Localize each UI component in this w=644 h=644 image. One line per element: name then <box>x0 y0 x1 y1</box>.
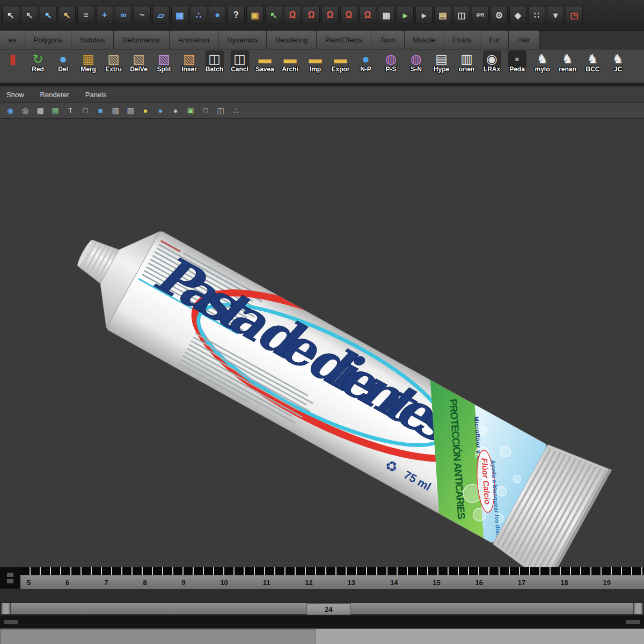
shading-smooth-icon[interactable]: ◎ <box>19 105 31 116</box>
display-layers-icon[interactable]: ∷ <box>528 6 545 24</box>
shelf-item-split[interactable]: ▧ Split <box>151 50 177 73</box>
workspace-icon[interactable]: ◳ <box>566 6 583 24</box>
snap-to-view-plane-icon[interactable]: Ω <box>359 6 376 24</box>
snap-to-curve-icon[interactable]: Ω <box>303 6 320 24</box>
shelf-item-delvertex[interactable]: ▧ DelVe <box>126 50 151 73</box>
input-connections-icon[interactable]: ▸ <box>397 6 414 24</box>
snap-menu-icon[interactable]: ≡ <box>77 6 94 24</box>
shelf-item-p-s[interactable]: ◍ P-S <box>378 50 404 73</box>
panel-menu-item[interactable]: Renderer <box>40 91 69 99</box>
isolate-select-icon[interactable]: ▣ <box>185 105 196 116</box>
shelf-item-hypershade[interactable]: ▤ Hype <box>429 50 454 73</box>
lattice-target-icon[interactable]: ▦ <box>171 6 188 24</box>
snap-to-point-icon[interactable]: Ω <box>321 6 339 24</box>
shelf-item-archive[interactable]: ▬ Archi <box>277 50 303 73</box>
menu-arrow-icon[interactable]: ▾ <box>547 6 564 24</box>
range-start-handle[interactable] <box>1 603 11 614</box>
points-target-icon[interactable]: ∴ <box>190 6 207 24</box>
make-live-icon[interactable]: ▦ <box>378 6 395 24</box>
range-end-handle[interactable] <box>633 603 643 614</box>
shelf-item-jc[interactable]: ♞ JC <box>605 50 631 73</box>
shelf-tab[interactable]: Hair <box>509 31 539 49</box>
render-settings-icon[interactable]: ⚙ <box>491 6 508 24</box>
shelf-item-s-n[interactable]: ◍ S-N <box>404 50 429 73</box>
paint-select-tool-icon[interactable]: ↖ <box>40 6 57 24</box>
shelf-item-extrude[interactable]: ▧ Extru <box>101 50 126 73</box>
multi-pane-icon[interactable]: ◫ <box>215 105 226 116</box>
shelf-tab[interactable]: Subdivs <box>71 31 114 49</box>
shelf-item-batch[interactable]: ◫ Batch <box>202 50 227 73</box>
shelf-item-lraxis[interactable]: ◉ LRAx <box>479 50 504 73</box>
shelf-tab[interactable]: Toon <box>371 31 404 49</box>
toothpaste-tube[interactable]: Pasta de dientes PROTECCIÓN ANTICARIES <box>51 186 616 567</box>
shelf-tab[interactable]: Fur <box>480 31 509 49</box>
lasso-tool-icon[interactable]: ↖ <box>21 6 38 24</box>
grid-toggle-icon[interactable]: ▦ <box>49 105 61 116</box>
shelf-item-import[interactable]: ▬ Imp <box>303 50 328 73</box>
time-slider[interactable]: 5 6 7 8 9 10 11 12 13 14 15 16 <box>0 567 644 589</box>
time-slider-left-controls[interactable] <box>0 567 20 589</box>
share-view-icon[interactable]: ∴ <box>230 105 241 116</box>
shaded-cube-icon[interactable]: ■ <box>94 105 106 116</box>
select-mask-icon[interactable]: ↖ <box>58 6 76 24</box>
shelf-item-cancel[interactable]: ◫ Cancl <box>227 50 252 73</box>
shelf-item-n-p[interactable]: ● N-P <box>353 50 378 73</box>
shelf-tab[interactable]: Dynamics <box>218 31 267 49</box>
shelf-item-orient[interactable]: ▥ orien <box>454 50 479 73</box>
textured-cube-icon[interactable]: ▧ <box>109 105 121 116</box>
shelf-item-redo[interactable]: ↻ Red <box>25 50 50 73</box>
shelf-item-label: N-P <box>360 65 371 73</box>
checker-cube-icon[interactable]: ▨ <box>125 105 136 116</box>
shelf-item-del[interactable]: ● Del <box>50 50 76 73</box>
shelf-item-label: Expor <box>331 65 349 73</box>
sphere-target-icon[interactable]: ● <box>209 6 226 24</box>
film-gate-icon[interactable]: T <box>64 105 76 116</box>
shelf-item-mylo[interactable]: ♞ mylo <box>530 50 555 73</box>
shelf-tab[interactable]: Fluids <box>444 31 481 49</box>
current-frame-handle[interactable]: 24 <box>306 603 351 615</box>
shelf-tab[interactable]: PaintEffects <box>317 31 371 49</box>
rotate-tool-icon[interactable]: ∞ <box>115 6 132 24</box>
move-tool-icon[interactable]: + <box>96 6 113 24</box>
render-view-icon[interactable]: ◫ <box>453 6 470 24</box>
curve-target-icon[interactable]: ~ <box>134 6 151 24</box>
range-bar[interactable]: 24 <box>11 603 633 614</box>
snap-to-projected-center-icon[interactable]: Ω <box>340 6 357 24</box>
help-icon[interactable]: ? <box>228 6 245 24</box>
ipr-render-icon[interactable]: IPR <box>472 6 489 24</box>
hypershade-icon[interactable]: ◆ <box>509 6 526 24</box>
single-pane-icon[interactable]: □ <box>200 105 211 116</box>
shelf-item-bcc[interactable]: ♞ BCC <box>580 50 605 73</box>
plane-target-icon[interactable]: ▱ <box>152 6 170 24</box>
shelf-item-pedal[interactable]: ▪ Peda <box>504 50 530 73</box>
shelf-item-saveas[interactable]: ▬ Savea <box>252 50 277 73</box>
shelf-item-undo[interactable]: ▮ <box>0 50 25 65</box>
selection-box-icon[interactable]: ↖ <box>265 6 282 24</box>
viewport[interactable]: Pasta de dientes PROTECCIÓN ANTICARIES <box>0 119 644 567</box>
shelf-item-rename[interactable]: ♞ renan <box>555 50 580 73</box>
select-tool-icon[interactable]: ↖ <box>2 6 19 24</box>
panel-menu-item[interactable]: Show <box>6 91 24 99</box>
command-input[interactable] <box>0 629 316 644</box>
shelf-tab[interactable]: Deformation <box>114 31 170 49</box>
shelf-tab[interactable]: Rendering <box>267 31 317 49</box>
no-lights-icon[interactable]: ● <box>170 105 181 116</box>
shelf-item-insert[interactable]: ▧ Inser <box>177 50 202 73</box>
lighting-icon[interactable]: ◉ <box>4 105 16 116</box>
construction-history-icon[interactable]: ▤ <box>434 6 451 24</box>
shelf-tab[interactable]: es <box>0 31 25 49</box>
shelf-tab[interactable]: Animation <box>170 31 218 49</box>
default-light-icon[interactable]: ● <box>140 105 151 116</box>
shelf-tab[interactable]: Muscle <box>405 31 444 49</box>
lock-icon[interactable]: ▣ <box>246 6 264 24</box>
all-lights-icon[interactable]: ● <box>155 105 166 116</box>
shelf-item-export[interactable]: ▬ Expor <box>328 50 353 73</box>
panel-menu-item[interactable]: Panels <box>85 91 107 99</box>
range-slider[interactable]: 24 <box>0 602 644 616</box>
shelf-item-merge[interactable]: ▦ Merg <box>76 50 101 73</box>
texture-view-icon[interactable]: ▩ <box>34 105 46 116</box>
output-connections-icon[interactable]: ▸ <box>415 6 433 24</box>
wireframe-cube-icon[interactable]: □ <box>79 105 91 116</box>
snap-to-grid-icon[interactable]: Ω <box>284 6 301 24</box>
shelf-tab[interactable]: Polygons <box>25 31 71 49</box>
